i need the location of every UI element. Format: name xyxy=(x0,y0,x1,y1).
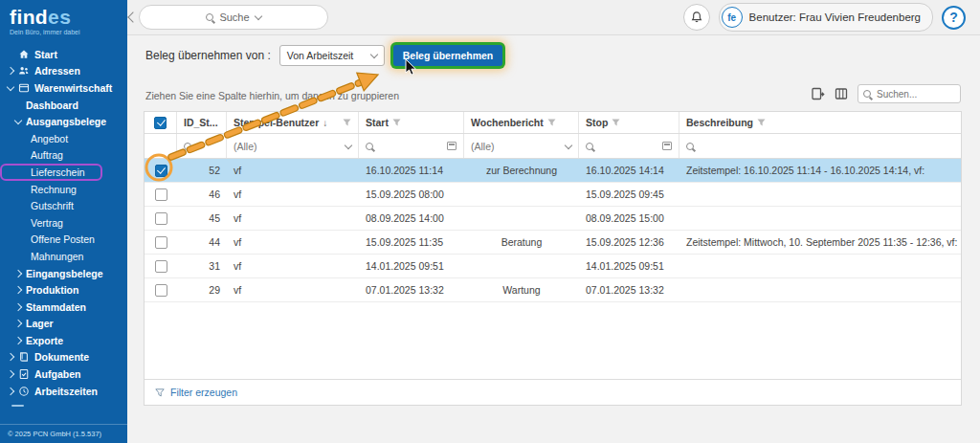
calendar-icon[interactable] xyxy=(662,142,672,150)
notifications-button[interactable] xyxy=(683,4,710,31)
column-header-id[interactable]: ID_St... xyxy=(177,112,227,133)
sidebar-item-label: Gutschrift xyxy=(31,200,74,211)
sidebar-item-produktion[interactable]: Produktion xyxy=(0,281,127,299)
cell-id: 29 xyxy=(177,278,227,301)
source-select-value: Von Arbeitszeit xyxy=(287,50,353,61)
grid-footer: Filter erzeugen xyxy=(145,379,961,405)
filter-cell-stempel-benutzer[interactable]: (Alle) xyxy=(227,134,359,158)
help-button[interactable]: ? xyxy=(942,6,966,30)
filter-cell-stop[interactable] xyxy=(579,134,679,158)
logo-tagline: Dein Büro, immer dabei xyxy=(10,29,118,35)
topbar: Suche fe Benutzer: Frau Vivien Freudenbe… xyxy=(127,0,980,35)
table-row[interactable]: 45 vf 08.09.2025 14:00 08.09.2025 15:00 xyxy=(145,207,961,231)
filter-icon[interactable] xyxy=(547,119,556,126)
cell-checkbox xyxy=(145,183,177,206)
calendar-icon[interactable] xyxy=(447,142,457,150)
sidebar-item-label: Stammdaten xyxy=(26,301,86,313)
table-row[interactable]: 31 vf 14.01.2025 09:51 14.01.2025 09:51 xyxy=(145,255,961,278)
sidebar-item-vertrag[interactable]: Vertrag xyxy=(0,214,127,232)
sidebar-item-label: Adressen xyxy=(34,65,80,77)
global-search[interactable]: Suche xyxy=(139,5,328,30)
filter-cell-beschreibung[interactable] xyxy=(679,134,961,158)
column-chooser-icon[interactable] xyxy=(834,86,849,101)
filter-builder-link[interactable]: Filter erzeugen xyxy=(170,387,237,398)
source-select[interactable]: Von Arbeitszeit xyxy=(279,45,385,66)
sidebar-item-exporte[interactable]: Exporte xyxy=(0,332,127,349)
sidebar-item-angebot[interactable]: Angebot xyxy=(0,130,127,147)
filter-cell-id[interactable] xyxy=(177,134,227,158)
sidebar-item-warenwirtschaft[interactable]: Warenwirtschaft xyxy=(0,79,127,97)
app-logo[interactable]: findes Dein Büro, immer dabei xyxy=(0,0,127,38)
table-row[interactable]: 44 vf 15.09.2025 11:35 Beratung 15.09.20… xyxy=(145,231,961,255)
sidebar-item-stammdaten[interactable]: Stammdaten xyxy=(0,299,127,316)
sidebar-item-gutschrift[interactable]: Gutschrift xyxy=(0,197,127,214)
sidebar-item-label: Angebot xyxy=(31,133,68,144)
export-icon[interactable] xyxy=(810,86,825,101)
filter-icon[interactable] xyxy=(612,119,620,126)
documents-icon xyxy=(18,351,30,363)
filter-cell-wochenbericht[interactable]: (Alle) xyxy=(464,134,579,158)
column-label: ID_St... xyxy=(184,117,218,128)
collapse-sidebar-icon[interactable] xyxy=(127,11,138,22)
sidebar-item-eingangsbelege[interactable]: Eingangsbelege xyxy=(0,265,127,282)
table-row[interactable]: 52 vf 16.10.2025 11:14 zur Berechnung 16… xyxy=(145,159,961,183)
cell-start: 07.01.2025 13:32 xyxy=(359,278,464,301)
column-label: Stempel-Benutzer xyxy=(234,117,319,128)
column-header-stop[interactable]: Stop xyxy=(579,112,679,133)
sidebar-item-label: Vertrag xyxy=(31,217,63,229)
column-header-start[interactable]: Start xyxy=(359,112,464,133)
sidebar-item-rechnung[interactable]: Rechnung xyxy=(0,181,127,198)
row-checkbox[interactable] xyxy=(155,212,167,225)
filter-icon[interactable] xyxy=(392,119,401,126)
filter-icon[interactable] xyxy=(343,119,351,126)
grid-search[interactable] xyxy=(858,84,961,103)
cell-wochenbericht: Beratung xyxy=(464,231,579,254)
cell-wochenbericht: Wartung xyxy=(464,278,579,301)
erp-icon xyxy=(18,82,30,94)
cell-stempel-benutzer: vf xyxy=(227,231,359,254)
column-header-wochenbericht[interactable]: Wochenbericht xyxy=(464,112,579,133)
table-row[interactable]: 46 vf 15.09.2025 08:00 15.09.2025 09:45 xyxy=(145,183,961,207)
sidebar-item-lager[interactable]: Lager xyxy=(0,316,127,333)
sidebar-item-label: Warenwirtschaft xyxy=(34,82,112,94)
sidebar-item-adressen[interactable]: Adressen xyxy=(0,63,127,80)
sidebar-item-aufgaben[interactable]: Aufgaben xyxy=(0,365,127,383)
column-header-stempel-benutzer[interactable]: Stempel-Benutzer ↓ xyxy=(227,112,359,133)
sidebar-item-ausgangsbelege[interactable]: Ausgangsbelege xyxy=(0,113,127,130)
column-header-beschreibung[interactable]: Beschreibung xyxy=(679,112,961,133)
row-checkbox[interactable] xyxy=(155,284,167,297)
row-checkbox[interactable] xyxy=(155,165,167,177)
sidebar-item-start[interactable]: Start xyxy=(0,46,127,63)
cell-checkbox xyxy=(145,159,177,182)
row-checkbox[interactable] xyxy=(155,188,167,201)
sidebar-item-label: Auftrag xyxy=(31,149,63,161)
sidebar-item-label: Exporte xyxy=(26,335,63,346)
sidebar-item-label: Lager xyxy=(26,318,54,329)
select-all-checkbox[interactable] xyxy=(154,117,167,129)
sidebar-item-arbeitszeiten[interactable]: Arbeitszeiten xyxy=(0,383,127,400)
sidebar-item-auftrag[interactable]: Auftrag xyxy=(0,147,127,165)
sidebar-item-dashboard[interactable]: Dashboard xyxy=(0,97,127,114)
sidebar-item-lieferschein[interactable]: Lieferschein xyxy=(0,164,102,181)
sidebar-item-offene-posten[interactable]: Offene Posten xyxy=(0,232,127,249)
filter-cell-start[interactable] xyxy=(359,134,464,158)
chevron-right-icon xyxy=(7,370,14,378)
table-header-row: ID_St... Stempel-Benutzer ↓ Start Wochen… xyxy=(145,112,961,134)
filter-icon[interactable] xyxy=(757,119,766,126)
grid-search-input[interactable] xyxy=(875,88,955,100)
clock-icon xyxy=(18,386,30,397)
beleg-uebernehmen-button[interactable]: Beleg übernehmen xyxy=(393,45,503,66)
row-checkbox[interactable] xyxy=(155,260,167,273)
chevron-down-icon xyxy=(565,141,572,148)
chevron-right-icon xyxy=(14,302,22,310)
table-row[interactable]: 29 vf 07.01.2025 13:32 Wartung 07.01.202… xyxy=(145,278,961,302)
cell-start: 08.09.2025 14:00 xyxy=(359,207,464,230)
chevron-down-icon xyxy=(7,83,14,91)
row-checkbox[interactable] xyxy=(155,236,167,249)
sidebar-item-mahnungen[interactable]: Mahnungen xyxy=(0,248,127,265)
sidebar-item-dokumente[interactable]: Dokumente xyxy=(0,349,127,366)
cell-wochenbericht: zur Berechnung xyxy=(464,159,579,182)
chevron-right-icon xyxy=(7,353,14,361)
cell-beschreibung: Zeitstempel: Mittwoch, 10. September 202… xyxy=(679,231,961,254)
user-menu[interactable]: fe Benutzer: Frau Vivien Freudenberg xyxy=(719,3,933,32)
